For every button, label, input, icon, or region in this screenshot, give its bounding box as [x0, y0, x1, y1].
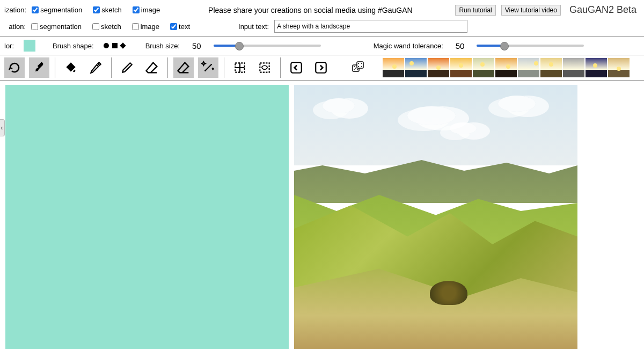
brush-size-slider[interactable] [214, 45, 321, 47]
svg-rect-0 [38, 62, 43, 68]
magic-wand-value: 50 [456, 41, 465, 50]
check-image-viz[interactable]: image [133, 6, 160, 14]
check-image-util-box[interactable] [132, 23, 139, 30]
check-image-viz-box[interactable] [133, 6, 140, 13]
magic-wand-slider[interactable] [477, 45, 584, 47]
eraser-seg-button[interactable] [173, 57, 194, 78]
eraser-seg-icon [176, 60, 191, 75]
check-text-util-box[interactable] [170, 23, 177, 30]
check-segmentation-util-box[interactable] [31, 23, 38, 30]
check-image-util[interactable]: image [132, 23, 159, 31]
svg-rect-11 [357, 62, 363, 68]
arrow-left-icon [289, 61, 303, 75]
drawing-canvas[interactable] [5, 85, 289, 349]
pencil-button[interactable] [117, 57, 137, 78]
input-text-field[interactable] [274, 20, 467, 33]
svg-point-14 [358, 66, 359, 67]
fill-color-swatch[interactable] [24, 40, 35, 52]
arrow-right-button[interactable] [311, 57, 331, 78]
fill-button[interactable] [61, 57, 81, 78]
style-thumbnail-strip [383, 58, 630, 77]
select-rect-icon [233, 61, 247, 75]
check-sketch-util[interactable]: sketch [92, 23, 121, 31]
eraser-sketch-icon [144, 60, 159, 75]
select-lasso-icon [258, 61, 272, 75]
style-thumbnail-4[interactable] [473, 58, 494, 77]
eyedropper-button[interactable] [85, 57, 106, 78]
check-segmentation-util[interactable]: segmentation [31, 23, 82, 31]
arrow-left-button[interactable] [286, 57, 306, 78]
header-row-2: ation: segmentation sketch image text In… [0, 18, 644, 37]
brush-shape-circle[interactable] [104, 43, 109, 48]
check-segmentation-viz-box[interactable] [32, 6, 39, 13]
dice-icon [352, 61, 364, 74]
svg-rect-3 [291, 62, 302, 73]
undo-icon [8, 61, 21, 74]
svg-point-8 [355, 68, 356, 69]
svg-rect-4 [316, 62, 326, 73]
brush-shapes [104, 43, 125, 48]
select-lasso-button[interactable] [254, 57, 275, 78]
controls-row: lor: Brush shape: Brush size: 50 Magic w… [0, 37, 644, 55]
pencil-icon [120, 61, 134, 75]
svg-point-12 [358, 63, 359, 64]
svg-point-15 [361, 66, 362, 67]
svg-rect-1 [235, 63, 244, 72]
brush-shape-label: Brush shape: [53, 42, 94, 50]
visualization-label: ization: [4, 6, 26, 14]
svg-rect-5 [353, 65, 359, 71]
check-sketch-util-box[interactable] [92, 23, 99, 30]
fill-icon [64, 61, 78, 75]
style-thumbnail-7[interactable] [540, 58, 562, 77]
eyedropper-icon [89, 61, 103, 75]
brush-button[interactable] [29, 57, 49, 78]
randomize-button[interactable] [352, 61, 364, 75]
check-sketch-viz-box[interactable] [93, 6, 100, 13]
header-row-1: ization: segmentation sketch image Pleas… [0, 0, 644, 18]
brush-size-label: Brush size: [145, 42, 180, 50]
utilization-label: ation: [4, 23, 26, 31]
magic-wand-icon [201, 61, 215, 75]
style-thumbnail-5[interactable] [495, 58, 517, 77]
view-tutorial-button[interactable]: View tutorial video [501, 5, 561, 16]
toolbar-row [0, 55, 644, 81]
canvas-area [0, 81, 644, 349]
fill-color-label: lor: [4, 42, 14, 50]
brush-shape-diamond[interactable] [120, 42, 126, 48]
style-thumbnail-9[interactable] [586, 58, 607, 77]
svg-rect-2 [260, 63, 269, 72]
style-thumbnail-10[interactable] [608, 58, 630, 77]
side-panel-tab[interactable]: e [0, 119, 5, 136]
svg-point-6 [354, 66, 355, 67]
eraser-sketch-button[interactable] [142, 57, 162, 78]
style-thumbnail-6[interactable] [518, 58, 539, 77]
brush-icon [32, 61, 46, 75]
output-canvas [294, 85, 577, 349]
input-text-label: Input text: [238, 23, 269, 31]
undo-button[interactable] [4, 57, 25, 78]
magic-wand-button[interactable] [198, 57, 218, 78]
app-title: GauGAN2 Beta [569, 4, 636, 16]
run-tutorial-button[interactable]: Run tutorial [455, 5, 495, 16]
style-thumbnail-0[interactable] [383, 58, 404, 77]
svg-point-13 [361, 63, 362, 64]
brush-shape-square[interactable] [112, 43, 118, 48]
check-sketch-viz[interactable]: sketch [93, 6, 122, 14]
style-thumbnail-1[interactable] [405, 58, 427, 77]
svg-point-10 [357, 69, 358, 70]
style-thumbnail-8[interactable] [563, 58, 584, 77]
style-thumbnail-2[interactable] [428, 58, 449, 77]
svg-point-7 [357, 66, 358, 67]
brush-size-value: 50 [192, 41, 201, 50]
social-share-text: Please share your creations on social me… [171, 6, 450, 14]
arrow-right-icon [314, 61, 328, 75]
check-text-util[interactable]: text [170, 23, 190, 31]
magic-wand-label: Magic wand tolerance: [374, 42, 443, 50]
select-rect-button[interactable] [230, 57, 250, 78]
check-segmentation-viz[interactable]: segmentation [32, 6, 82, 14]
style-thumbnail-3[interactable] [450, 58, 472, 77]
svg-point-9 [354, 69, 355, 70]
